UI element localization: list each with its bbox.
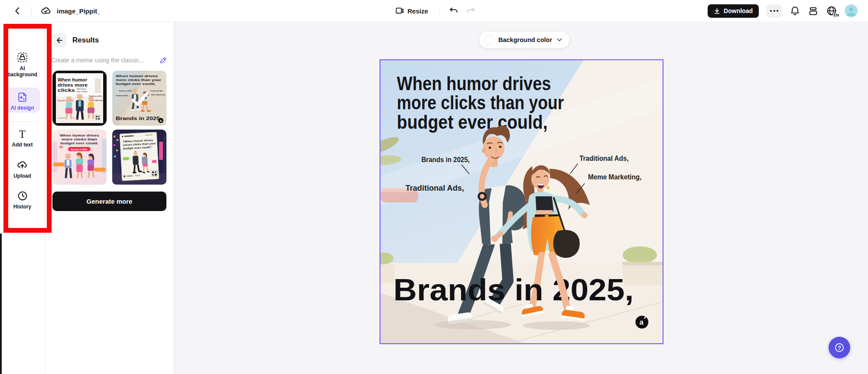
svg-text:?: ? <box>838 345 841 351</box>
sidebar-item-ai-design[interactable]: AI design <box>0 91 45 111</box>
svg-text:Brands in 2025,: Brands in 2025, <box>119 90 132 92</box>
svg-text:When humor drives: When humor drives <box>116 74 158 78</box>
result-thumbnail-2-selected[interactable]: When humor drives more clicks than your … <box>112 71 166 126</box>
svg-text:When humor drives: When humor drives <box>397 73 551 94</box>
tools-sidebar: AI background AI design T Add text Uploa… <box>0 22 45 374</box>
svg-text:Brands in 2025,: Brands in 2025, <box>71 148 88 151</box>
resize-button[interactable]: Resize <box>392 6 431 16</box>
download-button[interactable]: Download <box>708 4 759 18</box>
add-text-icon: T <box>19 129 26 140</box>
bell-icon <box>790 6 800 16</box>
help-button[interactable]: ? <box>829 337 850 358</box>
result-thumbnail-1[interactable]: When humor drives more clicks than your … <box>52 71 107 126</box>
document-title: image_Pippit_20 <box>57 7 100 15</box>
bush <box>623 246 657 263</box>
svg-text:When humor: When humor <box>58 77 88 82</box>
results-title: Results <box>72 36 99 45</box>
svg-text:drives more: drives more <box>58 82 88 88</box>
svg-text:Brands in 2025,: Brands in 2025, <box>58 99 74 102</box>
editor-stage: Background color <box>174 22 868 374</box>
svg-text:Meme Marketing,: Meme Marketing, <box>151 94 165 96</box>
svg-text:When humor drives: When humor drives <box>60 134 99 137</box>
question-icon: ? <box>834 342 845 353</box>
cloud-saved-icon <box>40 5 52 16</box>
result-thumbnail-4[interactable]: ?When humor drives moore clicks than you… <box>112 130 166 185</box>
color-swatch <box>484 35 494 45</box>
svg-text:a: a <box>160 119 162 122</box>
upload-icon <box>16 159 28 171</box>
divider <box>8 121 37 122</box>
results-panel: Results Create a meme using the classic.… <box>45 22 174 374</box>
svg-text:a: a <box>640 318 644 326</box>
sidebar-item-history[interactable]: History <box>0 190 45 210</box>
chevron-down-icon <box>556 37 562 43</box>
svg-text:budget ever could.: budget ever could. <box>60 142 98 145</box>
generate-more-button[interactable]: Generate more <box>52 192 166 211</box>
design-canvas[interactable]: When humor drives more clicks than your … <box>380 59 663 344</box>
ai-background-icon <box>16 52 28 63</box>
arrow-left-icon <box>55 36 63 44</box>
svg-text:Traditional Ads,: Traditional Ads, <box>116 94 129 97</box>
overflow-menu-button[interactable] <box>766 4 782 18</box>
svg-text:more clicks than: more clicks than <box>62 138 97 141</box>
svg-text:Traditional Ads,: Traditional Ads, <box>150 90 163 92</box>
download-icon <box>714 8 720 14</box>
svg-text:than your: than your <box>77 88 86 90</box>
avatar[interactable] <box>845 4 858 17</box>
back-button[interactable] <box>13 6 23 16</box>
svg-text:more clicks than your: more clicks than your <box>397 92 564 113</box>
svg-text:Brands in 2025,: Brands in 2025, <box>116 116 162 121</box>
chevron-left-icon <box>13 6 23 16</box>
svg-text:clicks: clicks <box>58 88 75 93</box>
background-color-dropdown[interactable]: Background color <box>479 31 570 49</box>
edit-prompt-button[interactable] <box>159 56 167 64</box>
pencil-icon <box>159 56 167 64</box>
redo-icon <box>466 6 476 16</box>
callout-traditional-left: Traditional Ads, <box>406 183 464 192</box>
billing-button[interactable] <box>808 6 819 16</box>
svg-text:ever could,: ever could, <box>77 91 87 93</box>
callout-traditional-right: Traditional Ads, <box>579 154 628 163</box>
svg-text:budget ever could,: budget ever could, <box>397 111 548 133</box>
language-button[interactable]: EN <box>826 5 837 16</box>
user-silhouette-icon <box>845 4 858 17</box>
headline-text[interactable]: When humor drives more clicks than your … <box>397 73 564 133</box>
bottom-headline-text[interactable]: Brands in 2025, <box>393 273 634 307</box>
undo-icon <box>449 6 459 16</box>
history-icon <box>17 190 28 202</box>
divider <box>439 6 440 16</box>
callout-meme-marketing: Meme Marketing, <box>588 173 641 181</box>
sidebar-item-upload[interactable]: Upload <box>0 159 45 179</box>
result-thumbnail-3[interactable]: When humor drives more clicks than budge… <box>52 130 107 185</box>
card-stack-icon <box>808 6 819 16</box>
svg-text:more clicks than your: more clicks than your <box>116 78 161 82</box>
brand-badge: a <box>635 315 648 328</box>
ai-design-icon <box>17 91 28 103</box>
results-back-button[interactable] <box>52 33 67 48</box>
callout-brands: Brands in 2025, <box>421 156 469 164</box>
divider <box>31 6 32 16</box>
notifications-button[interactable] <box>790 6 800 16</box>
sidebar-item-ai-background[interactable]: AI background <box>0 51 45 78</box>
top-bar: image_Pippit_20 Resize Download <box>0 0 868 22</box>
prompt-text: Create a meme using the classic... <box>51 57 155 64</box>
annotation-black-mark <box>0 234 2 374</box>
language-code: EN <box>833 13 839 17</box>
app-window: image_Pippit_20 Resize Download <box>0 0 868 374</box>
results-grid: When humor drives more clicks than your … <box>52 71 174 185</box>
resize-icon <box>394 6 404 16</box>
mini-poster: ?When humor drives moore clicks than you… <box>120 132 159 181</box>
redo-button[interactable] <box>466 6 476 16</box>
svg-text:budget ever could,: budget ever could, <box>116 82 156 86</box>
sidebar-item-add-text[interactable]: T Add text <box>0 128 45 148</box>
undo-button[interactable] <box>449 6 459 16</box>
